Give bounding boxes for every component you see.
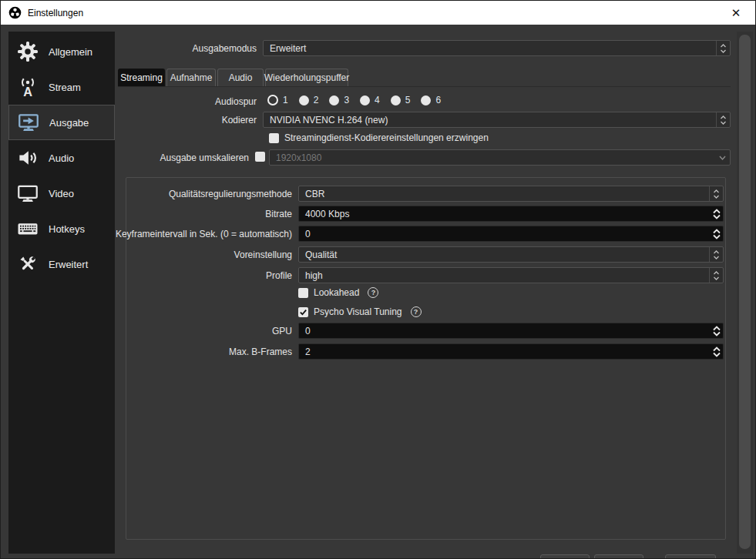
rate-control-select[interactable]: CBR xyxy=(298,186,724,202)
tab-audio[interactable]: Audio xyxy=(217,69,264,86)
radio-icon xyxy=(299,95,309,105)
settings-sidebar: Allgemein A Stream xyxy=(8,32,115,554)
combo-spinner-icon[interactable] xyxy=(716,41,730,55)
combo-spinner-icon[interactable] xyxy=(709,186,723,201)
tab-streaming[interactable]: Streaming xyxy=(118,69,165,86)
sidebar-item-label: Hotkeys xyxy=(49,223,85,235)
speaker-icon xyxy=(15,146,40,170)
combo-spinner-icon[interactable] xyxy=(709,247,723,262)
output-mode-select[interactable]: Erweitert xyxy=(263,40,731,56)
encoder-value: NVIDIA NVENC H.264 (new) xyxy=(270,115,716,126)
audio-track-option-3[interactable]: 3 xyxy=(329,95,349,105)
broadcast-icon: A xyxy=(15,75,40,99)
bitrate-label: Bitrate xyxy=(109,209,292,219)
rescale-label: Ausgabe umskalieren xyxy=(118,152,249,163)
sidebar-item-label: Allgemein xyxy=(49,46,92,58)
checkbox-checked-icon xyxy=(298,307,308,317)
rescale-checkbox[interactable] xyxy=(255,152,265,162)
sidebar-item-erweitert[interactable]: Erweitert xyxy=(8,246,115,282)
checkbox-unchecked-icon xyxy=(269,133,279,143)
encoder-label: Kodierer xyxy=(118,115,257,126)
sidebar-item-video[interactable]: Video xyxy=(8,176,115,211)
chevron-down-icon xyxy=(714,150,730,165)
audio-track-option-2[interactable]: 2 xyxy=(299,95,319,105)
dialog-button[interactable] xyxy=(540,554,590,559)
radio-icon xyxy=(329,95,339,105)
profile-select[interactable]: high xyxy=(298,267,724,283)
combo-spinner-icon[interactable] xyxy=(709,268,723,283)
keyframe-interval-input[interactable]: 0 xyxy=(298,226,724,242)
tools-icon xyxy=(15,252,40,276)
psycho-visual-tuning-checkbox[interactable]: Psycho Visual Tuning ? xyxy=(298,306,422,317)
preset-label: Voreinstellung xyxy=(109,249,292,260)
window-title: Einstellungen xyxy=(28,8,83,18)
close-icon[interactable]: ✕ xyxy=(724,6,748,20)
radio-selected-icon xyxy=(267,95,278,105)
dialog-button[interactable] xyxy=(594,554,643,559)
title-bar: Einstellungen ✕ xyxy=(1,1,755,25)
lookahead-checkbox[interactable]: Lookahead ? xyxy=(298,287,378,298)
sidebar-item-label: Stream xyxy=(49,82,81,93)
radio-icon xyxy=(421,95,431,105)
output-icon xyxy=(16,110,41,135)
keyboard-icon xyxy=(15,216,40,241)
enforce-settings-checkbox[interactable]: Streamingdienst-Kodierereinstellungen er… xyxy=(269,132,489,143)
sidebar-item-label: Erweitert xyxy=(49,259,88,270)
sidebar-item-stream[interactable]: A Stream xyxy=(8,69,115,105)
audio-track-option-1[interactable]: 1 xyxy=(267,95,288,105)
tab-wiederholungspuffer[interactable]: Wiederholungspuffer xyxy=(265,69,348,86)
lookahead-label: Lookahead xyxy=(314,287,359,298)
preset-select[interactable]: Qualität xyxy=(298,246,724,263)
gear-icon xyxy=(15,39,40,64)
gpu-label: GPU xyxy=(109,326,292,336)
max-b-frames-input[interactable]: 2 xyxy=(298,343,724,360)
obs-logo-icon xyxy=(8,6,22,19)
tab-divider xyxy=(118,86,731,87)
spinbox-arrows-icon[interactable] xyxy=(710,345,723,359)
tab-aufnahme[interactable]: Aufnahme xyxy=(166,69,216,86)
svg-text:A: A xyxy=(23,85,32,99)
output-tabs: Streaming Aufnahme Audio Wiederholungspu… xyxy=(118,69,350,86)
radio-icon xyxy=(360,95,370,105)
spinbox-arrows-icon[interactable] xyxy=(710,324,723,338)
dialog-button[interactable] xyxy=(665,554,716,559)
rescale-resolution-select: 1920x1080 xyxy=(269,149,731,166)
output-mode-value: Erweitert xyxy=(270,43,716,54)
help-icon[interactable]: ? xyxy=(368,287,378,298)
combo-spinner-icon[interactable] xyxy=(716,112,730,127)
max-b-frames-label: Max. B-Frames xyxy=(109,346,292,357)
profile-label: Profile xyxy=(109,270,292,281)
enforce-settings-label: Streamingdienst-Kodierereinstellungen er… xyxy=(284,132,489,143)
spinbox-arrows-icon[interactable] xyxy=(710,207,723,221)
audio-track-option-5[interactable]: 5 xyxy=(391,95,411,105)
audio-track-radios: 1 2 3 4 5 6 xyxy=(267,95,452,105)
audio-track-label: Audiospur xyxy=(118,96,257,107)
sidebar-item-ausgabe[interactable]: Ausgabe xyxy=(8,105,115,140)
keyframe-interval-label: Keyframeintervall in Sek. (0 = automatis… xyxy=(93,229,292,239)
encoder-select[interactable]: NVIDIA NVENC H.264 (new) xyxy=(263,112,731,128)
sidebar-item-audio[interactable]: Audio xyxy=(8,140,115,176)
sidebar-item-label: Audio xyxy=(49,152,74,164)
output-mode-label: Ausgabemodus xyxy=(118,43,257,54)
monitor-icon xyxy=(15,181,40,206)
rescale-resolution-value: 1920x1080 xyxy=(276,152,714,163)
sidebar-item-label: Video xyxy=(49,188,74,199)
gpu-input[interactable]: 0 xyxy=(298,323,724,339)
radio-icon xyxy=(391,95,401,105)
scrollbar-thumb[interactable] xyxy=(739,35,751,549)
rate-control-label: Qualitätsregulierungsmethode xyxy=(109,189,292,199)
settings-window: Einstellungen ✕ xyxy=(0,0,756,559)
audio-track-option-6[interactable]: 6 xyxy=(421,95,441,105)
help-icon[interactable]: ? xyxy=(411,306,422,317)
checkbox-unchecked-icon xyxy=(298,288,308,298)
audio-track-option-4[interactable]: 4 xyxy=(360,95,380,105)
sidebar-item-label: Ausgabe xyxy=(49,117,89,129)
psycho-visual-tuning-label: Psycho Visual Tuning xyxy=(314,306,402,317)
sidebar-item-allgemein[interactable]: Allgemein xyxy=(8,34,115,69)
spinbox-arrows-icon[interactable] xyxy=(710,227,723,241)
bitrate-input[interactable]: 4000 Kbps xyxy=(298,206,724,222)
